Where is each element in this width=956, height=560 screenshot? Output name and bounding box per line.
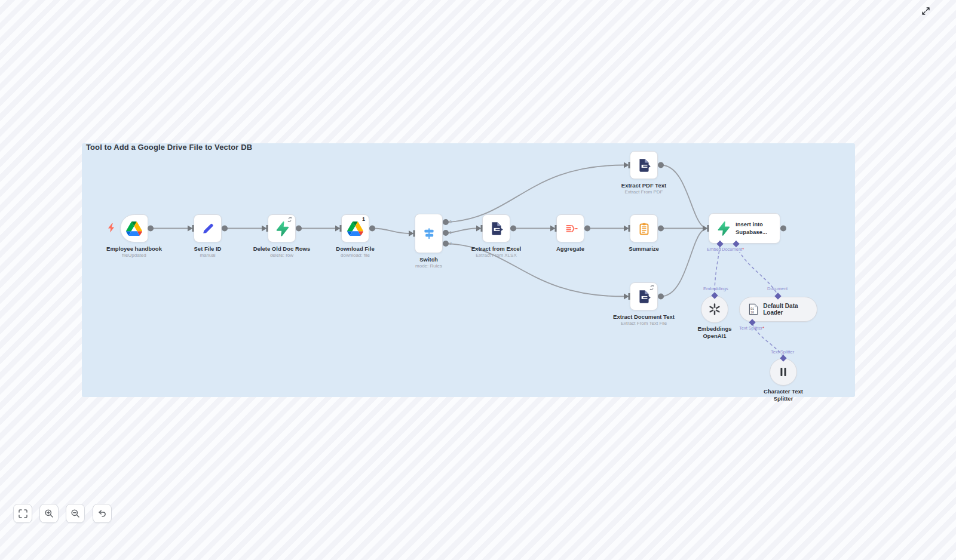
openai-icon: [707, 301, 722, 317]
pencil-icon: [201, 221, 215, 236]
file-export-icon: [489, 221, 504, 236]
node-box[interactable]: [415, 214, 443, 253]
node-embeddings-openai[interactable]: EmbeddingsOpenAI1: [701, 296, 728, 323]
node-download-file[interactable]: 1 Download File download: file: [341, 214, 369, 242]
output-port[interactable]: [658, 294, 664, 300]
output-port[interactable]: [369, 226, 375, 232]
port-label-text-splitter: Text Splitter: [771, 349, 794, 355]
node-switch[interactable]: Switch mode: Rules: [415, 214, 443, 253]
node-extract-from-excel[interactable]: Extract from Excel Extract From XLSX: [482, 214, 510, 242]
node-name-line1: Insert into: [736, 221, 767, 228]
pause-bars-icon: [779, 367, 788, 377]
node-box[interactable]: 1: [341, 214, 369, 242]
node-extract-document-text[interactable]: Extract Document Text Extract From Text …: [630, 282, 658, 310]
node-box[interactable]: Insert into Supabase...: [709, 213, 780, 244]
port-label-document: Document*: [721, 247, 744, 252]
workflow-canvas[interactable]: Tool to Add a Google Drive File to Vecto…: [0, 0, 956, 560]
node-set-file-id[interactable]: Set File ID manual: [194, 214, 222, 242]
output-port-switch-0[interactable]: [443, 219, 449, 225]
node-subtitle: mode: Rules: [378, 263, 480, 269]
output-port[interactable]: [148, 226, 154, 232]
undo-button[interactable]: [93, 504, 112, 523]
node-pill[interactable]: 01 10 Default Data Loader: [739, 297, 817, 322]
zoom-in-button[interactable]: [39, 504, 59, 523]
node-box[interactable]: [630, 151, 658, 179]
node-box[interactable]: [194, 214, 222, 242]
file-export-icon: [636, 158, 652, 173]
output-port-switch-2[interactable]: [443, 241, 449, 247]
node-name: Extract PDF Text: [593, 182, 695, 189]
node-name: Extract Document Text: [593, 313, 695, 321]
signpost-icon: [421, 226, 437, 241]
port-label-text-splitter-required: Text Splitter*: [739, 325, 764, 331]
node-box[interactable]: [482, 214, 510, 242]
zoom-out-button[interactable]: [66, 504, 85, 523]
node-subtitle: Extract From PDF: [593, 189, 695, 195]
sync-icon: [649, 285, 655, 291]
node-box[interactable]: [630, 214, 658, 242]
node-circle[interactable]: [770, 358, 797, 386]
output-port[interactable]: [584, 226, 590, 232]
switch-output-0-label: 0: [449, 220, 452, 224]
port-label-embeddings: Embeddings: [703, 286, 728, 291]
supabase-icon: [274, 221, 290, 236]
node-aggregate[interactable]: Aggregate: [556, 214, 584, 242]
workflow-selection-area[interactable]: [82, 143, 855, 397]
node-box[interactable]: [556, 214, 584, 242]
node-name: Summarize: [593, 245, 695, 253]
svg-text:10: 10: [750, 311, 754, 314]
output-port[interactable]: [780, 226, 786, 232]
undo-icon: [97, 509, 107, 518]
google-drive-icon: [347, 221, 363, 236]
node-insert-into-supabase[interactable]: Insert into Supabase...: [709, 213, 780, 244]
node-extract-pdf-text[interactable]: Extract PDF Text Extract From PDF: [630, 151, 658, 179]
node-name-line2: Supabase...: [736, 229, 767, 236]
output-port[interactable]: [658, 162, 664, 168]
node-box[interactable]: [120, 214, 148, 242]
node-box[interactable]: [630, 282, 658, 310]
node-subtitle: Extract From XLSX: [446, 253, 547, 258]
items-count-badge: 1: [362, 216, 365, 222]
node-name: Character TextSplitter: [733, 388, 834, 402]
output-port[interactable]: [296, 226, 302, 232]
node-character-text-splitter[interactable]: Character TextSplitter: [770, 358, 797, 386]
supabase-icon: [716, 221, 731, 236]
zoom-in-icon: [44, 509, 54, 518]
fit-view-button[interactable]: [13, 504, 32, 523]
node-delete-old-doc-rows[interactable]: Delete Old Doc Rows delete: row: [268, 214, 296, 242]
sync-icon: [287, 217, 293, 223]
node-summarize[interactable]: Summarize: [630, 214, 658, 242]
switch-output-1-label: 1: [449, 230, 452, 235]
svg-text:01: 01: [750, 307, 754, 310]
fit-view-icon: [19, 509, 27, 518]
port-label-document-sub: Document: [767, 286, 788, 291]
node-box[interactable]: [268, 214, 296, 242]
file-export-icon: [636, 289, 652, 304]
output-port[interactable]: [222, 226, 228, 232]
output-port-switch-1[interactable]: [443, 230, 449, 236]
output-port[interactable]: [510, 226, 516, 232]
node-circle[interactable]: [701, 296, 728, 323]
binary-file-icon: 01 10: [749, 303, 758, 315]
node-name: Default Data Loader: [763, 303, 817, 316]
expand-icon: [921, 7, 930, 16]
expand-button[interactable]: [920, 5, 932, 17]
node-default-data-loader[interactable]: 01 10 Default Data Loader: [739, 297, 817, 322]
workflow-title: Tool to Add a Google Drive File to Vecto…: [86, 143, 252, 152]
google-drive-icon: [126, 221, 142, 236]
node-name: Download File: [305, 245, 406, 253]
aggregate-icon: [563, 221, 578, 236]
zoom-out-icon: [71, 509, 80, 518]
output-port[interactable]: [658, 226, 664, 232]
node-employee-handbook[interactable]: Employee handbook fileUpdated: [120, 214, 148, 242]
switch-output-2-label: 2: [449, 241, 452, 245]
clipboard-icon: [637, 221, 651, 236]
